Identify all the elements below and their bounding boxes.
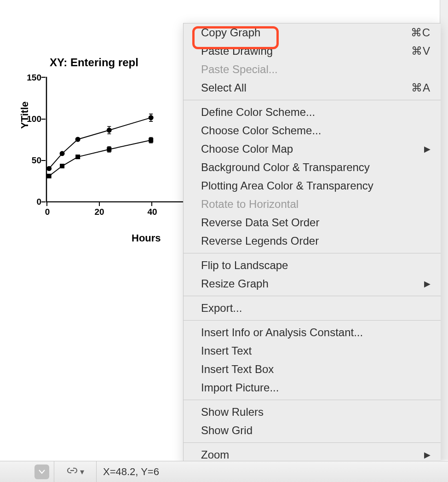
menu-item-rotate-horizontal: Rotate to Horizontal <box>184 195 441 213</box>
x-tick-mark <box>151 202 152 206</box>
menu-item-reverse-legends[interactable]: Reverse Legends Order <box>184 232 441 250</box>
graph-canvas[interactable]: XY: Entering repl YTitle Hours 150 100 5… <box>0 0 448 482</box>
menu-item-label: Flip to Landscape <box>201 259 431 272</box>
menu-separator <box>184 253 441 253</box>
chart-title: XY: Entering repl <box>50 56 138 69</box>
menu-item-label: Paste Drawing <box>201 45 411 57</box>
x-tick-mark <box>46 202 47 206</box>
data-point <box>75 137 80 142</box>
menu-shortcut: ⌘C <box>411 26 431 39</box>
y-tick-label: 150 <box>18 73 41 83</box>
menu-separator <box>184 100 441 100</box>
chevron-right-icon: ▶ <box>424 279 431 289</box>
data-point <box>60 164 64 168</box>
menu-item-label: Insert Text <box>201 344 431 357</box>
menu-item-label: Show Grid <box>201 424 431 437</box>
menu-item-choose-color-scheme[interactable]: Choose Color Scheme... <box>184 121 441 140</box>
y-tick-label: 100 <box>18 114 41 124</box>
menu-item-label: Select All <box>201 81 411 94</box>
menu-item-label: Insert Info or Analysis Constant... <box>201 326 431 339</box>
menu-item-label: Background Color & Transparency <box>201 161 431 174</box>
menu-item-copy-graph[interactable]: Copy Graph⌘C <box>184 23 441 42</box>
data-point <box>46 166 52 171</box>
link-dropdown[interactable]: ▾ <box>66 466 84 477</box>
menu-item-resize-graph[interactable]: Resize Graph▶ <box>184 275 441 293</box>
link-icon <box>66 466 78 477</box>
menu-shortcut: ⌘A <box>411 81 431 94</box>
menu-item-label: Resize Graph <box>201 277 424 290</box>
menu-separator <box>184 442 441 443</box>
x-axis-label: Hours <box>132 232 161 244</box>
chevron-right-icon: ▶ <box>424 450 431 460</box>
menu-item-insert-text-box[interactable]: Insert Text Box <box>184 360 441 379</box>
x-tick-label: 0 <box>40 207 54 217</box>
menu-shortcut: ⌘V <box>411 45 431 57</box>
menu-item-paste-drawing[interactable]: Paste Drawing⌘V <box>184 42 441 60</box>
menu-item-label: Define Color Scheme... <box>201 106 431 119</box>
menu-item-define-color-scheme[interactable]: Define Color Scheme... <box>184 103 441 121</box>
menu-separator <box>184 400 441 400</box>
y-tick-label: 50 <box>18 155 41 166</box>
menu-item-label: Choose Color Scheme... <box>201 124 431 137</box>
series-line <box>49 140 151 176</box>
menu-item-label: Copy Graph <box>201 26 411 39</box>
menu-item-label: Zoom <box>201 448 424 461</box>
menu-separator <box>184 320 441 321</box>
menu-item-insert-info[interactable]: Insert Info or Analysis Constant... <box>184 323 441 342</box>
menu-item-choose-color-map[interactable]: Choose Color Map▶ <box>184 140 441 158</box>
chevron-down-icon: ▾ <box>80 467 84 477</box>
menu-item-background-color[interactable]: Background Color & Transparency <box>184 158 441 177</box>
data-point <box>107 147 111 152</box>
menu-item-plotting-area-color[interactable]: Plotting Area Color & Transparency <box>184 177 441 195</box>
y-tick-label: 0 <box>18 197 41 207</box>
data-point <box>75 155 80 159</box>
x-tick-label: 20 <box>92 207 106 217</box>
menu-item-paste-special: Paste Special... <box>184 60 441 79</box>
x-tick-label: 40 <box>145 207 159 217</box>
menu-item-insert-text[interactable]: Insert Text <box>184 342 441 360</box>
chart[interactable]: XY: Entering repl YTitle Hours 150 100 5… <box>23 48 189 241</box>
menu-item-label: Rotate to Horizontal <box>201 198 431 211</box>
menu-item-show-rulers[interactable]: Show Rulers <box>184 403 441 421</box>
data-point <box>60 151 65 156</box>
toolbar-dropdown-button[interactable] <box>34 465 49 479</box>
menu-item-label: Show Rulers <box>201 406 431 419</box>
data-point <box>149 138 153 143</box>
data-point <box>47 174 52 178</box>
menu-item-export[interactable]: Export... <box>184 299 441 317</box>
menu-item-label: Choose Color Map <box>201 143 424 155</box>
menu-item-flip-landscape[interactable]: Flip to Landscape <box>184 256 441 275</box>
menu-item-show-grid[interactable]: Show Grid <box>184 421 441 440</box>
menu-item-label: Plotting Area Color & Transparency <box>201 179 431 192</box>
menu-item-import-picture[interactable]: Import Picture... <box>184 379 441 397</box>
menu-item-label: Insert Text Box <box>201 363 431 376</box>
menu-item-label: Reverse Data Set Order <box>201 216 431 229</box>
menu-item-label: Reverse Legends Order <box>201 235 431 247</box>
menu-separator <box>184 296 441 296</box>
chevron-right-icon: ▶ <box>424 144 431 154</box>
cursor-coordinates: X=48.2, Y=6 <box>97 466 159 478</box>
menu-item-label: Paste Special... <box>201 63 431 76</box>
context-menu: Copy Graph⌘CPaste Drawing⌘VPaste Special… <box>183 23 441 465</box>
menu-item-reverse-data-order[interactable]: Reverse Data Set Order <box>184 213 441 232</box>
scrollbar-vertical[interactable] <box>440 0 448 460</box>
x-tick-mark <box>99 202 100 206</box>
status-bar: ▾ X=48.2, Y=6 <box>0 461 448 482</box>
menu-item-select-all[interactable]: Select All⌘A <box>184 79 441 97</box>
data-point <box>107 128 112 133</box>
menu-item-label: Export... <box>201 302 431 315</box>
menu-item-label: Import Picture... <box>201 381 431 394</box>
data-point <box>149 115 154 120</box>
chart-plot <box>45 76 188 202</box>
